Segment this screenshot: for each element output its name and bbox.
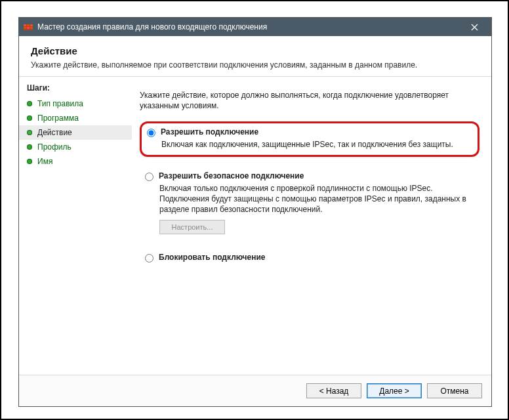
page-title: Действие (31, 45, 479, 56)
close-icon (471, 24, 478, 31)
option-label: Разрешить подключение (161, 127, 258, 138)
page-subtitle: Укажите действие, выполняемое при соотве… (31, 60, 479, 70)
step-label: Профиль (37, 142, 71, 152)
svg-rect-5 (27, 27, 30, 29)
bullet-icon (27, 130, 32, 135)
wizard-footer: < Назад Далее > Отмена (19, 375, 491, 406)
svg-rect-6 (30, 27, 33, 29)
step-rule-type[interactable]: Тип правила (19, 96, 132, 111)
option-allow-connection[interactable]: Разрешить подключение Включая как подклю… (140, 121, 479, 157)
steps-header: Шаги: (19, 83, 132, 96)
radio-allow[interactable] (147, 129, 155, 137)
back-button[interactable]: < Назад (306, 383, 361, 398)
svg-rect-1 (24, 24, 26, 26)
steps-sidebar: Шаги: Тип правила Программа Действие Про… (19, 77, 132, 375)
radio-allow-secure[interactable] (145, 173, 153, 181)
option-block-connection[interactable]: Блокировать подключение (140, 250, 479, 267)
wizard-window: Мастер создания правила для нового входя… (18, 17, 492, 407)
option-label: Разрешить безопасное подключение (159, 171, 304, 182)
svg-rect-4 (24, 27, 26, 29)
cancel-button[interactable]: Отмена (427, 383, 482, 398)
firewall-icon (23, 22, 33, 32)
wizard-body: Шаги: Тип правила Программа Действие Про… (19, 77, 491, 375)
instruction-text: Укажите действие, которое должно выполня… (140, 90, 479, 111)
option-description: Включая как подключения, защищенные IPSe… (161, 139, 471, 150)
step-program[interactable]: Программа (19, 111, 132, 125)
next-button[interactable]: Далее > (367, 383, 422, 398)
step-label: Действие (37, 128, 72, 137)
svg-rect-3 (30, 24, 33, 26)
titlebar[interactable]: Мастер создания правила для нового входя… (19, 18, 491, 36)
main-panel: Укажите действие, которое должно выполня… (132, 77, 491, 375)
option-allow-secure[interactable]: Разрешить безопасное подключение Включая… (140, 169, 479, 238)
step-label: Программа (37, 114, 79, 123)
bullet-icon (27, 116, 32, 121)
bullet-icon (27, 159, 32, 164)
action-options: Разрешить подключение Включая как подклю… (140, 121, 479, 267)
step-label: Имя (37, 157, 52, 166)
option-description: Включая только подключения с проверкой п… (159, 183, 473, 215)
radio-block[interactable] (145, 254, 153, 262)
configure-button: Настроить... (159, 220, 225, 234)
svg-rect-2 (27, 24, 30, 26)
bullet-icon (27, 101, 32, 106)
option-label: Блокировать подключение (159, 253, 266, 263)
wizard-header: Действие Укажите действие, выполняемое п… (19, 36, 491, 77)
step-label: Тип правила (37, 99, 83, 108)
step-name[interactable]: Имя (19, 154, 132, 169)
step-profile[interactable]: Профиль (19, 140, 132, 154)
step-action[interactable]: Действие (19, 125, 132, 140)
window-title: Мастер создания правила для нового входя… (37, 22, 461, 32)
bullet-icon (27, 144, 32, 150)
close-button[interactable] (461, 18, 487, 36)
